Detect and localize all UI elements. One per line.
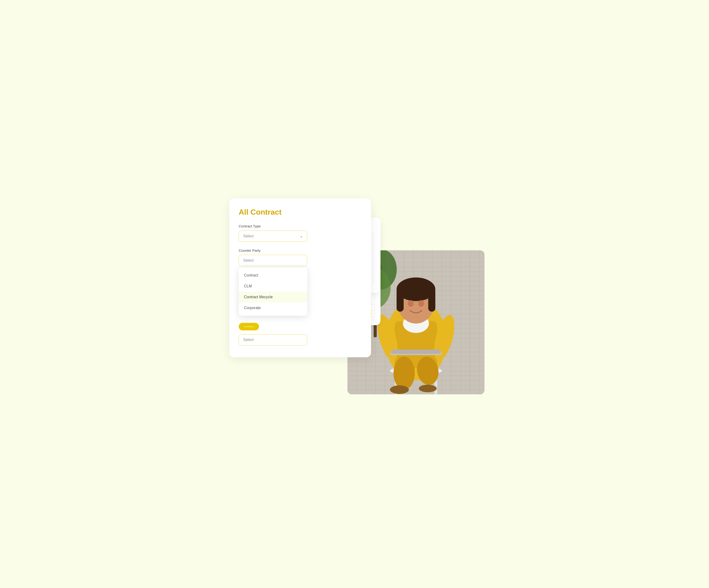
bottom-select-placeholder: Select — [243, 338, 254, 342]
counter-party-section: Counter Party Select Contract CLM Contra… — [239, 248, 362, 316]
dropdown-item-corporate[interactable]: Corporate — [239, 303, 307, 313]
svg-point-26 — [390, 385, 409, 394]
tag-bar: ——— — [239, 323, 362, 330]
svg-point-24 — [394, 357, 415, 390]
bottom-select[interactable]: Select — [239, 334, 307, 345]
contract-card: All Contract Contract Type Select ⌄ Coun… — [229, 198, 371, 357]
svg-point-23 — [418, 300, 424, 307]
counter-party-label: Counter Party — [239, 248, 362, 252]
contract-type-select[interactable]: Select ⌄ — [239, 230, 307, 242]
dropdown-item-contract-lifecycle[interactable]: Contract lifecycle — [239, 291, 307, 303]
dropdown-item-clm[interactable]: CLM — [239, 281, 307, 291]
svg-point-27 — [419, 385, 437, 392]
chevron-down-icon: ⌄ — [300, 234, 303, 238]
active-tag[interactable]: ——— — [239, 323, 259, 330]
counter-party-placeholder: Select — [243, 258, 254, 262]
page-title: All Contract — [239, 208, 362, 217]
dropdown-menu: Contract CLM Contract lifecycle Corporat… — [239, 268, 307, 316]
contract-type-label: Contract Type — [239, 224, 362, 228]
svg-rect-17 — [391, 349, 441, 354]
contract-type-placeholder: Select — [243, 234, 254, 238]
svg-rect-21 — [428, 288, 435, 312]
svg-point-22 — [408, 300, 414, 307]
dropdown-item-contract[interactable]: Contract — [239, 270, 307, 281]
main-scene: All Contract Contract Type Select ⌄ Coun… — [225, 194, 484, 394]
counter-party-input[interactable]: Select — [239, 255, 307, 266]
svg-rect-20 — [397, 288, 404, 312]
